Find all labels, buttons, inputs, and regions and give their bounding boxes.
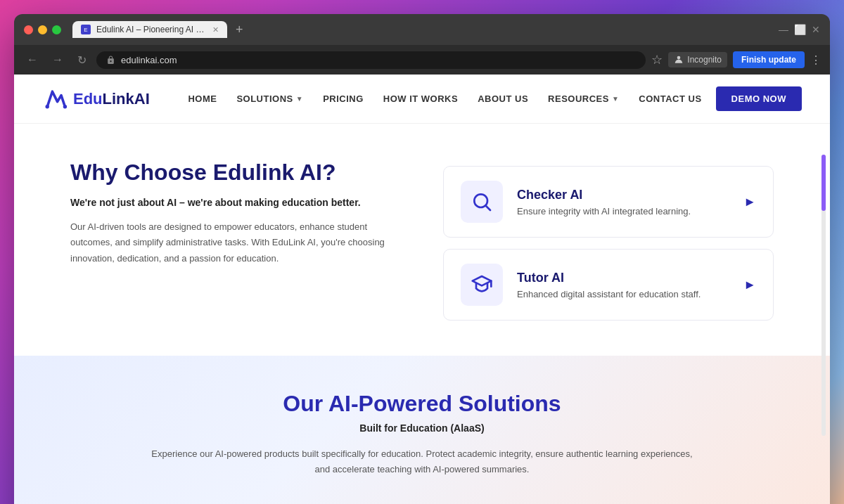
finish-update-button[interactable]: Finish update xyxy=(733,51,805,68)
solutions-heading: Our AI-Powered Solutions xyxy=(42,391,802,417)
logo-icon xyxy=(42,86,68,112)
browser-actions: ☆ Incognito Finish update ⋮ xyxy=(651,51,821,68)
hero-description: Our AI-driven tools are designed to empo… xyxy=(70,219,401,266)
browser-toolbar: ← → ↻ edulinkai.com ☆ Incognito Finish u… xyxy=(14,45,830,75)
svg-point-1 xyxy=(63,105,67,108)
logo-text: EduLinkAI xyxy=(73,90,150,108)
lock-icon xyxy=(106,56,115,65)
window-maximize-icon[interactable]: ⬜ xyxy=(794,24,806,35)
active-tab[interactable]: E Edulink AI – Pioneering AI So… ✕ xyxy=(72,21,227,38)
checker-title: Checker AI xyxy=(517,188,729,202)
tutor-content: Tutor AI Enhanced digital assistant for … xyxy=(517,271,729,299)
checker-arrow-icon: ► xyxy=(743,195,756,209)
solutions-heading-part1: Our xyxy=(283,391,328,416)
browser-body: EduLinkAI HOME SOLUTIONS ▼ PRICING HOW I… xyxy=(14,75,830,504)
cards-container: Checker AI Ensure integrity with AI inte… xyxy=(443,159,774,321)
nav-resources[interactable]: RESOURCES ▼ xyxy=(548,93,619,104)
incognito-label: Incognito xyxy=(687,55,722,65)
hero-heading: Why Choose Edulink AI? xyxy=(70,159,401,186)
browser-window: E Edulink AI – Pioneering AI So… ✕ + — ⬜… xyxy=(14,14,830,504)
resources-dropdown-arrow: ▼ xyxy=(612,95,619,103)
address-bar[interactable]: edulinkai.com xyxy=(96,51,646,69)
window-minimize-icon[interactable]: — xyxy=(779,24,788,35)
search-circle-icon xyxy=(471,190,493,213)
tutor-icon-box xyxy=(461,264,503,306)
close-button[interactable] xyxy=(24,25,33,34)
tutor-ai-card[interactable]: Tutor AI Enhanced digital assistant for … xyxy=(443,249,774,321)
maximize-button[interactable] xyxy=(52,25,61,34)
more-options-icon[interactable]: ⋮ xyxy=(810,53,821,67)
nav-how-it-works[interactable]: HOW IT WORKS xyxy=(383,93,458,104)
tab-title: Edulink AI – Pioneering AI So… xyxy=(96,25,207,34)
tab-bar: E Edulink AI – Pioneering AI So… ✕ + xyxy=(72,21,779,38)
new-tab-button[interactable]: + xyxy=(230,22,249,37)
solutions-heading-highlight: AI-Powered Solutions xyxy=(328,391,561,416)
tutor-desc: Enhanced digital assistant for education… xyxy=(517,289,729,299)
bookmark-icon[interactable]: ☆ xyxy=(651,52,663,67)
tutor-title: Tutor AI xyxy=(517,271,729,285)
solutions-dropdown-arrow: ▼ xyxy=(296,95,303,103)
logo[interactable]: EduLinkAI xyxy=(42,86,150,112)
nav-pricing[interactable]: PRICING xyxy=(323,93,364,104)
solutions-section: Our AI-Powered Solutions Built for Educa… xyxy=(14,356,830,504)
website-content: EduLinkAI HOME SOLUTIONS ▼ PRICING HOW I… xyxy=(14,75,830,504)
scrollbar-track[interactable] xyxy=(821,155,826,436)
incognito-icon xyxy=(674,55,684,65)
checker-desc: Ensure integrity with AI integrated lear… xyxy=(517,206,729,217)
svg-point-0 xyxy=(46,105,49,108)
back-button[interactable]: ← xyxy=(23,51,42,69)
nav-links: HOME SOLUTIONS ▼ PRICING HOW IT WORKS AB… xyxy=(188,93,701,104)
solutions-description: Experience our AI-powered products built… xyxy=(148,446,696,477)
window-close-icon[interactable]: ✕ xyxy=(812,24,820,35)
tab-favicon: E xyxy=(81,25,91,34)
url-display[interactable]: edulinkai.com xyxy=(121,55,177,65)
traffic-lights xyxy=(24,25,61,34)
nav-about-us[interactable]: ABOUT US xyxy=(478,93,528,104)
navbar: EduLinkAI HOME SOLUTIONS ▼ PRICING HOW I… xyxy=(14,75,830,124)
nav-contact-us[interactable]: CONTACT US xyxy=(639,93,701,104)
scrollbar-thumb[interactable] xyxy=(821,155,826,211)
tab-close-icon[interactable]: ✕ xyxy=(212,25,219,34)
graduation-cap-icon xyxy=(471,273,493,296)
hero-subheading: We're not just about AI – we're about ma… xyxy=(70,197,401,208)
demo-now-button[interactable]: DEMO NOW xyxy=(716,86,802,111)
minimize-button[interactable] xyxy=(38,25,47,34)
solutions-subheading: Built for Education (AlaaS) xyxy=(42,422,802,434)
hero-section: Why Choose Edulink AI? We're not just ab… xyxy=(14,124,830,356)
browser-titlebar: E Edulink AI – Pioneering AI So… ✕ + — ⬜… xyxy=(14,14,830,45)
nav-solutions[interactable]: SOLUTIONS ▼ xyxy=(236,93,303,104)
refresh-button[interactable]: ↻ xyxy=(73,51,91,70)
checker-ai-card[interactable]: Checker AI Ensure integrity with AI inte… xyxy=(443,166,774,238)
nav-home[interactable]: HOME xyxy=(188,93,217,104)
hero-left: Why Choose Edulink AI? We're not just ab… xyxy=(70,159,401,266)
forward-button[interactable]: → xyxy=(48,51,68,69)
incognito-badge: Incognito xyxy=(668,52,727,67)
tutor-arrow-icon: ► xyxy=(743,278,756,292)
checker-content: Checker AI Ensure integrity with AI inte… xyxy=(517,188,729,217)
checker-icon-box xyxy=(461,181,503,223)
